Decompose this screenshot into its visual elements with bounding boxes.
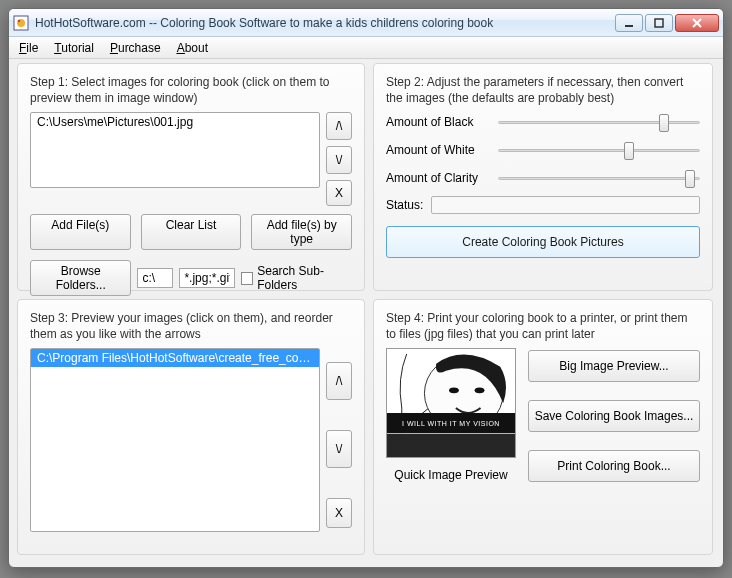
move-down-button[interactable]: \/ bbox=[326, 146, 352, 174]
panel-step3: Step 3: Preview your images (click on th… bbox=[17, 299, 365, 555]
panel-step1: Step 1: Select images for coloring book … bbox=[17, 63, 365, 291]
remove-item-button[interactable]: X bbox=[326, 180, 352, 206]
status-box bbox=[431, 196, 700, 214]
svg-rect-11 bbox=[387, 434, 515, 458]
status-label: Status: bbox=[386, 198, 423, 212]
list-item[interactable]: C:\Program Files\HotHotSoftware\create_f… bbox=[31, 349, 319, 367]
move-down-button[interactable]: \/ bbox=[326, 430, 352, 468]
svg-point-10 bbox=[475, 388, 485, 394]
step1-label: Step 1: Select images for coloring book … bbox=[30, 74, 352, 106]
preview-column: I WILL WITH IT MY VISION Quick Image Pre… bbox=[386, 348, 516, 482]
quick-preview-image: I WILL WITH IT MY VISION bbox=[386, 348, 516, 458]
svg-point-2 bbox=[18, 19, 20, 21]
svg-rect-4 bbox=[655, 19, 663, 27]
white-slider[interactable] bbox=[498, 140, 700, 160]
print-book-button[interactable]: Print Coloring Book... bbox=[528, 450, 700, 482]
step4-label: Step 4: Print your coloring book to a pr… bbox=[386, 310, 700, 342]
save-images-button[interactable]: Save Coloring Book Images... bbox=[528, 400, 700, 432]
app-window: HotHotSoftware.com -- Coloring Book Soft… bbox=[8, 8, 724, 568]
add-files-button[interactable]: Add File(s) bbox=[30, 214, 131, 250]
panel-step2: Step 2: Adjust the parameters if necessa… bbox=[373, 63, 713, 291]
step2-label: Step 2: Adjust the parameters if necessa… bbox=[386, 74, 700, 106]
file-mask-input[interactable] bbox=[179, 268, 235, 288]
search-subfolders-label: Search Sub-Folders bbox=[257, 264, 352, 292]
close-button[interactable] bbox=[675, 14, 719, 32]
step1-reorder-buttons: /\ \/ X bbox=[326, 112, 352, 206]
step4-buttons: Big Image Preview... Save Coloring Book … bbox=[528, 348, 700, 482]
list-item[interactable]: C:\Users\me\Pictures\001.jpg bbox=[31, 113, 319, 131]
face-sketch-icon bbox=[387, 349, 515, 457]
preview-band-text: I WILL WITH IT MY VISION bbox=[387, 413, 515, 433]
menu-about[interactable]: About bbox=[177, 41, 208, 55]
black-slider[interactable] bbox=[498, 112, 700, 132]
add-files-by-type-button[interactable]: Add file(s) by type bbox=[251, 214, 352, 250]
step3-label: Step 3: Preview your images (click on th… bbox=[30, 310, 352, 342]
maximize-button[interactable] bbox=[645, 14, 673, 32]
white-label: Amount of White bbox=[386, 143, 498, 157]
content-area: Step 1: Select images for coloring book … bbox=[17, 63, 715, 559]
search-subfolders-checkbox[interactable]: Search Sub-Folders bbox=[241, 264, 352, 292]
clarity-label: Amount of Clarity bbox=[386, 171, 498, 185]
menu-bar: File Tutorial Purchase About bbox=[9, 37, 723, 59]
remove-item-button[interactable]: X bbox=[326, 498, 352, 528]
create-pictures-button[interactable]: Create Coloring Book Pictures bbox=[386, 226, 700, 258]
folder-path-input[interactable] bbox=[137, 268, 173, 288]
black-label: Amount of Black bbox=[386, 115, 498, 129]
svg-point-9 bbox=[449, 388, 459, 394]
step3-listbox[interactable]: C:\Program Files\HotHotSoftware\create_f… bbox=[30, 348, 320, 532]
title-bar[interactable]: HotHotSoftware.com -- Coloring Book Soft… bbox=[9, 9, 723, 37]
clarity-slider[interactable] bbox=[498, 168, 700, 188]
big-image-preview-button[interactable]: Big Image Preview... bbox=[528, 350, 700, 382]
step1-listbox[interactable]: C:\Users\me\Pictures\001.jpg bbox=[30, 112, 320, 188]
move-up-button[interactable]: /\ bbox=[326, 362, 352, 400]
browse-folders-button[interactable]: Browse Folders... bbox=[30, 260, 131, 296]
checkbox-icon bbox=[241, 272, 253, 285]
menu-file[interactable]: File bbox=[19, 41, 38, 55]
move-up-button[interactable]: /\ bbox=[326, 112, 352, 140]
step3-reorder-buttons: /\ \/ X bbox=[326, 348, 352, 532]
app-icon bbox=[13, 15, 29, 31]
menu-tutorial[interactable]: Tutorial bbox=[54, 41, 94, 55]
preview-caption: Quick Image Preview bbox=[386, 468, 516, 482]
window-title: HotHotSoftware.com -- Coloring Book Soft… bbox=[35, 16, 613, 30]
menu-purchase[interactable]: Purchase bbox=[110, 41, 161, 55]
clear-list-button[interactable]: Clear List bbox=[141, 214, 242, 250]
minimize-button[interactable] bbox=[615, 14, 643, 32]
panel-step4: Step 4: Print your coloring book to a pr… bbox=[373, 299, 713, 555]
